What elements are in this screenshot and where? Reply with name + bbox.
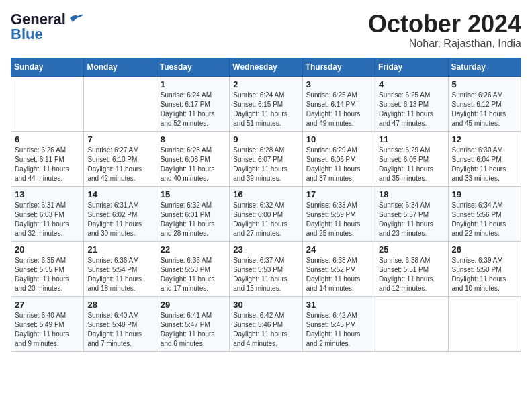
day-info: Sunrise: 6:36 AM Sunset: 5:54 PM Dayligh… <box>87 256 152 293</box>
calendar-cell: 25Sunrise: 6:38 AM Sunset: 5:51 PM Dayli… <box>375 241 448 296</box>
day-number: 17 <box>306 189 371 199</box>
calendar-cell: 14Sunrise: 6:31 AM Sunset: 6:02 PM Dayli… <box>84 186 157 241</box>
day-info: Sunrise: 6:41 AM Sunset: 5:47 PM Dayligh… <box>161 311 226 349</box>
calendar-cell: 5Sunrise: 6:26 AM Sunset: 6:12 PM Daylig… <box>448 76 521 131</box>
calendar-cell: 3Sunrise: 6:25 AM Sunset: 6:14 PM Daylig… <box>302 76 375 131</box>
day-number: 29 <box>161 300 226 310</box>
day-number: 20 <box>15 244 80 255</box>
day-number: 12 <box>452 134 517 144</box>
calendar-cell: 28Sunrise: 6:40 AM Sunset: 5:48 PM Dayli… <box>84 296 157 351</box>
day-info: Sunrise: 6:24 AM Sunset: 6:17 PM Dayligh… <box>161 91 226 128</box>
logo-bird-icon <box>69 13 83 25</box>
day-info: Sunrise: 6:26 AM Sunset: 6:11 PM Dayligh… <box>15 146 80 183</box>
day-number: 8 <box>161 134 226 144</box>
day-number: 21 <box>87 244 152 255</box>
calendar-table: SundayMondayTuesdayWednesdayThursdayFrid… <box>11 58 521 352</box>
day-number: 14 <box>87 189 152 199</box>
calendar-cell: 16Sunrise: 6:32 AM Sunset: 6:00 PM Dayli… <box>230 186 302 241</box>
day-number: 13 <box>15 189 80 199</box>
day-info: Sunrise: 6:30 AM Sunset: 6:04 PM Dayligh… <box>452 146 517 183</box>
day-number: 18 <box>379 189 444 199</box>
day-info: Sunrise: 6:38 AM Sunset: 5:51 PM Dayligh… <box>379 256 444 293</box>
day-info: Sunrise: 6:31 AM Sunset: 6:03 PM Dayligh… <box>15 201 80 238</box>
calendar-week-row: 27Sunrise: 6:40 AM Sunset: 5:49 PM Dayli… <box>11 296 521 351</box>
day-number: 2 <box>233 79 298 89</box>
day-info: Sunrise: 6:27 AM Sunset: 6:10 PM Dayligh… <box>87 146 152 183</box>
page-header: General Blue October 2024 Nohar, Rajasth… <box>11 11 521 50</box>
calendar-cell: 30Sunrise: 6:42 AM Sunset: 5:46 PM Dayli… <box>230 296 302 351</box>
day-info: Sunrise: 6:31 AM Sunset: 6:02 PM Dayligh… <box>87 201 152 238</box>
header-sunday: Sunday <box>11 58 84 76</box>
month-title: October 2024 <box>368 11 521 38</box>
title-block: October 2024 Nohar, Rajasthan, India <box>368 11 521 50</box>
calendar-cell: 12Sunrise: 6:30 AM Sunset: 6:04 PM Dayli… <box>448 131 521 186</box>
calendar-cell: 15Sunrise: 6:32 AM Sunset: 6:01 PM Dayli… <box>157 186 229 241</box>
calendar-week-row: 20Sunrise: 6:35 AM Sunset: 5:55 PM Dayli… <box>11 241 521 296</box>
calendar-cell <box>11 76 84 131</box>
header-monday: Monday <box>84 58 157 76</box>
day-info: Sunrise: 6:25 AM Sunset: 6:14 PM Dayligh… <box>306 91 371 128</box>
day-number: 15 <box>161 189 226 199</box>
day-number: 24 <box>306 244 371 255</box>
day-info: Sunrise: 6:38 AM Sunset: 5:52 PM Dayligh… <box>306 256 371 293</box>
calendar-cell <box>84 76 157 131</box>
calendar-cell: 27Sunrise: 6:40 AM Sunset: 5:49 PM Dayli… <box>11 296 84 351</box>
calendar-cell: 19Sunrise: 6:34 AM Sunset: 5:56 PM Dayli… <box>448 186 521 241</box>
day-number: 9 <box>233 134 298 144</box>
day-info: Sunrise: 6:40 AM Sunset: 5:48 PM Dayligh… <box>87 311 152 349</box>
day-number: 27 <box>15 300 80 310</box>
day-number: 6 <box>15 134 80 144</box>
calendar-week-row: 13Sunrise: 6:31 AM Sunset: 6:03 PM Dayli… <box>11 186 521 241</box>
day-number: 10 <box>306 134 371 144</box>
day-info: Sunrise: 6:29 AM Sunset: 6:06 PM Dayligh… <box>306 146 371 183</box>
logo-blue: Blue <box>11 26 43 43</box>
calendar-cell: 7Sunrise: 6:27 AM Sunset: 6:10 PM Daylig… <box>84 131 157 186</box>
logo: General Blue <box>11 11 83 43</box>
day-number: 19 <box>452 189 517 199</box>
day-info: Sunrise: 6:26 AM Sunset: 6:12 PM Dayligh… <box>452 91 517 128</box>
calendar-cell: 2Sunrise: 6:24 AM Sunset: 6:15 PM Daylig… <box>230 76 302 131</box>
header-wednesday: Wednesday <box>230 58 302 76</box>
calendar-cell: 11Sunrise: 6:29 AM Sunset: 6:05 PM Dayli… <box>375 131 448 186</box>
calendar-cell: 4Sunrise: 6:25 AM Sunset: 6:13 PM Daylig… <box>375 76 448 131</box>
calendar-cell: 24Sunrise: 6:38 AM Sunset: 5:52 PM Dayli… <box>302 241 375 296</box>
day-number: 28 <box>87 300 152 310</box>
day-number: 3 <box>306 79 371 89</box>
day-info: Sunrise: 6:28 AM Sunset: 6:07 PM Dayligh… <box>233 146 298 183</box>
day-info: Sunrise: 6:25 AM Sunset: 6:13 PM Dayligh… <box>379 91 444 128</box>
day-number: 31 <box>306 300 371 310</box>
calendar-cell <box>448 296 521 351</box>
day-number: 4 <box>379 79 444 89</box>
day-info: Sunrise: 6:40 AM Sunset: 5:49 PM Dayligh… <box>15 311 80 349</box>
calendar-cell: 8Sunrise: 6:28 AM Sunset: 6:08 PM Daylig… <box>157 131 229 186</box>
day-number: 26 <box>452 244 517 255</box>
calendar-cell: 6Sunrise: 6:26 AM Sunset: 6:11 PM Daylig… <box>11 131 84 186</box>
day-number: 7 <box>87 134 152 144</box>
day-info: Sunrise: 6:32 AM Sunset: 6:00 PM Dayligh… <box>233 201 298 238</box>
calendar-cell: 17Sunrise: 6:33 AM Sunset: 5:59 PM Dayli… <box>302 186 375 241</box>
day-info: Sunrise: 6:34 AM Sunset: 5:57 PM Dayligh… <box>379 201 444 238</box>
day-info: Sunrise: 6:32 AM Sunset: 6:01 PM Dayligh… <box>161 201 226 238</box>
day-info: Sunrise: 6:36 AM Sunset: 5:53 PM Dayligh… <box>161 256 226 293</box>
day-number: 11 <box>379 134 444 144</box>
day-info: Sunrise: 6:28 AM Sunset: 6:08 PM Dayligh… <box>161 146 226 183</box>
calendar-cell: 18Sunrise: 6:34 AM Sunset: 5:57 PM Dayli… <box>375 186 448 241</box>
calendar-cell: 9Sunrise: 6:28 AM Sunset: 6:07 PM Daylig… <box>230 131 302 186</box>
calendar-cell: 20Sunrise: 6:35 AM Sunset: 5:55 PM Dayli… <box>11 241 84 296</box>
calendar-cell: 22Sunrise: 6:36 AM Sunset: 5:53 PM Dayli… <box>157 241 229 296</box>
day-number: 25 <box>379 244 444 255</box>
day-info: Sunrise: 6:42 AM Sunset: 5:46 PM Dayligh… <box>233 311 298 349</box>
calendar-cell: 26Sunrise: 6:39 AM Sunset: 5:50 PM Dayli… <box>448 241 521 296</box>
day-number: 16 <box>233 189 298 199</box>
header-friday: Friday <box>375 58 448 76</box>
day-number: 5 <box>452 79 517 89</box>
day-number: 22 <box>161 244 226 255</box>
calendar-week-row: 6Sunrise: 6:26 AM Sunset: 6:11 PM Daylig… <box>11 131 521 186</box>
day-info: Sunrise: 6:35 AM Sunset: 5:55 PM Dayligh… <box>15 256 80 293</box>
header-thursday: Thursday <box>302 58 375 76</box>
day-info: Sunrise: 6:42 AM Sunset: 5:45 PM Dayligh… <box>306 311 371 349</box>
day-number: 23 <box>233 244 298 255</box>
header-saturday: Saturday <box>448 58 521 76</box>
header-tuesday: Tuesday <box>157 58 229 76</box>
calendar-cell: 21Sunrise: 6:36 AM Sunset: 5:54 PM Dayli… <box>84 241 157 296</box>
